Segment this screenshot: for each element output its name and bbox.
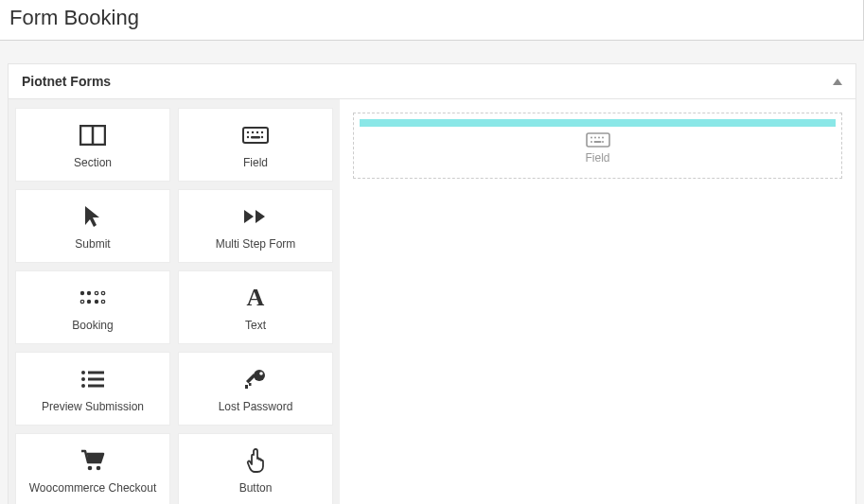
widget-booking[interactable]: Booking — [16, 271, 169, 343]
svg-point-25 — [259, 372, 263, 375]
svg-point-22 — [81, 384, 85, 388]
svg-point-36 — [591, 141, 592, 143]
widget-lost-password[interactable]: Lost Password — [179, 353, 332, 425]
placeholder-label: Field — [360, 151, 836, 165]
svg-point-3 — [247, 131, 249, 133]
form-canvas[interactable]: Field — [340, 99, 855, 504]
panel-body: Section Field Submit Multi Step Form — [9, 99, 855, 504]
svg-point-4 — [252, 131, 254, 133]
keyboard-icon — [360, 132, 836, 148]
hand-pointer-icon — [245, 445, 266, 476]
widget-label: Submit — [75, 237, 110, 251]
widget-text[interactable]: A Text — [179, 271, 332, 343]
widget-section[interactable]: Section — [16, 109, 169, 181]
svg-point-30 — [97, 466, 101, 471]
svg-point-35 — [602, 137, 604, 139]
widget-preview-submission[interactable]: Preview Submission — [16, 353, 169, 425]
svg-rect-8 — [251, 136, 260, 138]
svg-point-38 — [602, 141, 604, 143]
svg-point-7 — [247, 136, 249, 138]
collapse-arrow-icon — [833, 78, 842, 85]
page-title: Form Booking — [0, 0, 864, 41]
keyboard-icon — [242, 120, 269, 150]
svg-rect-27 — [245, 385, 248, 389]
widget-multistep[interactable]: Multi Step Form — [179, 190, 332, 262]
section-icon — [79, 120, 106, 150]
svg-point-15 — [87, 300, 91, 304]
svg-point-14 — [80, 300, 83, 303]
svg-point-13 — [101, 291, 104, 294]
widget-button[interactable]: Button — [179, 434, 332, 504]
widget-label: Field — [243, 156, 268, 169]
svg-point-10 — [80, 291, 84, 295]
svg-point-32 — [591, 137, 592, 139]
svg-rect-28 — [249, 383, 252, 386]
widget-label: Lost Password — [219, 400, 293, 413]
svg-point-5 — [256, 131, 258, 133]
widget-label: Woocommerce Checkout — [29, 481, 157, 495]
cart-icon — [79, 445, 106, 476]
svg-point-11 — [87, 291, 91, 295]
svg-point-18 — [81, 371, 85, 374]
widget-label: Preview Submission — [42, 400, 144, 413]
widget-label: Button — [239, 481, 273, 495]
svg-point-17 — [101, 300, 104, 303]
key-icon — [243, 364, 268, 394]
insertion-highlight — [360, 119, 836, 127]
svg-point-6 — [261, 131, 263, 133]
svg-rect-19 — [88, 372, 104, 374]
svg-point-16 — [95, 300, 98, 304]
svg-point-20 — [81, 377, 85, 381]
cursor-icon — [82, 201, 103, 232]
svg-point-24 — [254, 370, 265, 381]
svg-point-29 — [88, 466, 93, 471]
svg-point-33 — [594, 137, 596, 139]
piotnet-forms-panel: Piotnet Forms Section Field Submit — [8, 63, 856, 504]
svg-rect-21 — [88, 378, 104, 381]
widget-label: Booking — [72, 319, 113, 332]
panel-header-label: Piotnet Forms — [22, 74, 111, 89]
widget-woocommerce-checkout[interactable]: Woocommerce Checkout — [16, 434, 169, 504]
text-icon: A — [247, 283, 265, 313]
widget-label: Text — [245, 319, 266, 332]
widget-submit[interactable]: Submit — [16, 190, 169, 262]
svg-point-12 — [95, 291, 97, 294]
widget-label: Section — [74, 156, 112, 169]
widget-grid: Section Field Submit Multi Step Form — [9, 99, 340, 504]
svg-rect-37 — [593, 141, 601, 143]
svg-point-9 — [261, 136, 263, 138]
svg-rect-2 — [243, 128, 268, 143]
svg-point-34 — [598, 137, 600, 139]
forward-icon — [242, 201, 269, 232]
svg-rect-26 — [246, 374, 256, 383]
widget-field[interactable]: Field — [179, 109, 332, 181]
braille-icon — [79, 283, 107, 313]
svg-rect-31 — [587, 133, 609, 147]
panel-header[interactable]: Piotnet Forms — [9, 64, 855, 99]
field-placeholder[interactable]: Field — [360, 132, 836, 170]
list-icon — [80, 364, 105, 394]
drop-zone[interactable]: Field — [353, 113, 842, 179]
widget-label: Multi Step Form — [216, 237, 296, 251]
svg-rect-23 — [88, 385, 104, 388]
